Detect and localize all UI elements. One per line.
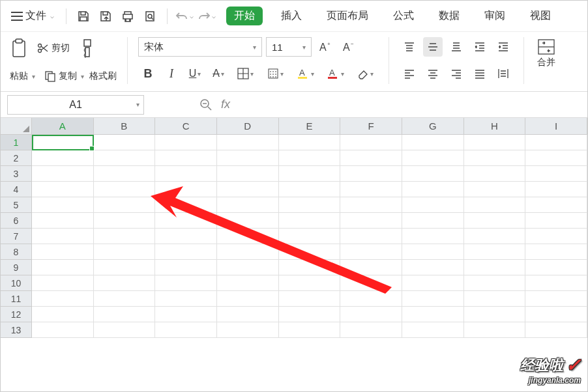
column-header[interactable]: G <box>402 118 464 135</box>
row-header[interactable]: 3 <box>1 166 32 182</box>
cell[interactable] <box>217 166 279 182</box>
tab-review[interactable]: 审阅 <box>478 5 512 27</box>
font-name-select[interactable]: 宋体 ▾ <box>138 37 262 57</box>
cell[interactable] <box>402 322 464 338</box>
shrink-font-button[interactable]: A− <box>339 37 359 57</box>
cell[interactable] <box>32 229 94 244</box>
cell[interactable] <box>525 197 587 213</box>
cell[interactable] <box>464 197 526 213</box>
justify-button[interactable] <box>470 64 490 83</box>
select-all-corner[interactable] <box>1 118 32 135</box>
cell[interactable] <box>155 307 217 322</box>
paste-dropdown[interactable]: 粘贴 ▾ <box>7 69 38 83</box>
cell[interactable] <box>32 182 94 197</box>
cell[interactable] <box>94 291 156 307</box>
tab-home[interactable]: 开始 <box>226 7 263 25</box>
cell[interactable] <box>279 275 341 291</box>
cell[interactable] <box>217 291 279 307</box>
cell[interactable] <box>217 150 279 166</box>
cell[interactable] <box>402 166 464 182</box>
align-middle-button[interactable] <box>423 37 443 57</box>
tab-insert[interactable]: 插入 <box>274 5 308 27</box>
cell[interactable] <box>464 275 526 291</box>
cell[interactable] <box>32 150 94 166</box>
cell[interactable] <box>464 291 526 307</box>
cell[interactable] <box>525 322 587 338</box>
distribute-button[interactable] <box>493 64 513 83</box>
cell[interactable] <box>279 322 341 338</box>
cell[interactable] <box>155 135 217 150</box>
cell[interactable] <box>340 260 402 275</box>
cut-button[interactable]: 剪切 <box>35 41 72 55</box>
cell[interactable] <box>340 229 402 244</box>
cell[interactable] <box>94 213 156 229</box>
cell[interactable] <box>279 291 341 307</box>
cell[interactable] <box>94 182 156 197</box>
bold-button[interactable]: B <box>138 64 158 83</box>
format-painter-button[interactable] <box>76 37 98 59</box>
merge-cells-button[interactable]: 合并 <box>535 37 558 70</box>
row-header[interactable]: 2 <box>1 150 32 166</box>
cell[interactable] <box>32 197 94 213</box>
tab-view[interactable]: 视图 <box>523 5 557 27</box>
cell[interactable] <box>155 229 217 244</box>
save-as-button[interactable] <box>96 7 115 25</box>
row-header[interactable]: 1 <box>1 135 32 150</box>
cell[interactable] <box>402 307 464 322</box>
cell[interactable] <box>155 291 217 307</box>
cell[interactable] <box>464 260 526 275</box>
cell[interactable] <box>155 322 217 338</box>
cell[interactable] <box>525 291 587 307</box>
cell[interactable] <box>155 150 217 166</box>
cell[interactable] <box>340 182 402 197</box>
cell[interactable] <box>402 197 464 213</box>
cell[interactable] <box>464 135 526 150</box>
cell[interactable] <box>279 244 341 260</box>
cell[interactable] <box>32 275 94 291</box>
copy-button[interactable]: 复制 ▾ <box>42 69 87 83</box>
cell[interactable] <box>94 197 156 213</box>
font-color-button[interactable]: A ▾ <box>322 64 348 83</box>
cell[interactable] <box>155 275 217 291</box>
cell[interactable] <box>279 213 341 229</box>
font-size-select[interactable]: 11 ▾ <box>266 37 312 57</box>
cell[interactable] <box>464 213 526 229</box>
align-right-button[interactable] <box>447 64 466 83</box>
column-header[interactable]: C <box>155 118 217 135</box>
row-header[interactable]: 8 <box>1 244 32 260</box>
decrease-indent-button[interactable] <box>470 37 490 57</box>
cell[interactable] <box>155 260 217 275</box>
cell[interactable] <box>402 135 464 150</box>
cell[interactable] <box>464 307 526 322</box>
undo-button[interactable]: ⌵ <box>175 7 194 25</box>
cell[interactable] <box>94 135 156 150</box>
borders-button[interactable]: ▾ <box>232 64 258 83</box>
cell[interactable] <box>279 150 341 166</box>
row-header[interactable]: 10 <box>1 275 32 291</box>
cell[interactable] <box>340 322 402 338</box>
cell[interactable] <box>217 307 279 322</box>
cell[interactable] <box>217 275 279 291</box>
cell[interactable] <box>340 197 402 213</box>
row-header[interactable]: 11 <box>1 291 32 307</box>
cell[interactable] <box>217 213 279 229</box>
cell[interactable] <box>340 135 402 150</box>
fx-label[interactable]: fx <box>221 98 230 111</box>
cell[interactable] <box>464 322 526 338</box>
cell[interactable] <box>279 307 341 322</box>
cell[interactable] <box>464 182 526 197</box>
cell[interactable] <box>217 260 279 275</box>
cell[interactable] <box>94 150 156 166</box>
column-header[interactable]: E <box>279 118 341 135</box>
column-header[interactable]: A <box>32 118 94 135</box>
cell[interactable] <box>340 307 402 322</box>
cell[interactable] <box>32 307 94 322</box>
align-center-button[interactable] <box>423 64 443 83</box>
cell[interactable] <box>525 244 587 260</box>
cell[interactable] <box>340 150 402 166</box>
fill-pattern-button[interactable]: ▾ <box>262 64 288 83</box>
cell[interactable] <box>464 229 526 244</box>
row-header[interactable]: 9 <box>1 260 32 275</box>
cell[interactable] <box>279 182 341 197</box>
cell[interactable] <box>340 244 402 260</box>
